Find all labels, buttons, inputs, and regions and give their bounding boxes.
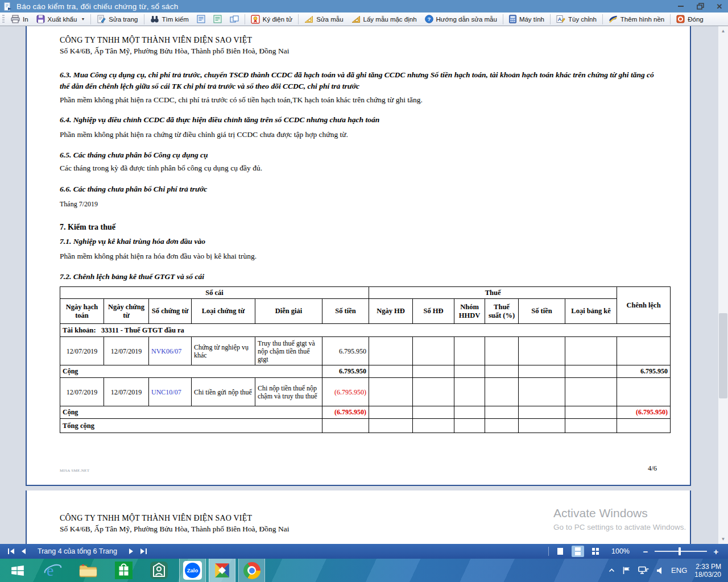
volume-icon[interactable] (656, 567, 664, 575)
language-indicator[interactable]: ENG (671, 566, 687, 575)
view-continuous-button[interactable] (209, 14, 226, 24)
scroll-up-icon[interactable]: ▲ (718, 26, 728, 36)
section-6-3-heading: 6.3. Mua Công cụ dụng cụ, chi phí trả tr… (60, 69, 657, 92)
misa-pinwheel-icon (213, 561, 231, 580)
subtotal-label: Cộng (60, 406, 322, 419)
close-report-label: Đóng (688, 16, 704, 23)
search-button[interactable]: Tìm kiếm (146, 14, 193, 24)
tax-difference-table: Sổ cái Thuế Chênh lệch Ngày hạch toán Ng… (60, 286, 671, 433)
export-button[interactable]: Xuất khẩu ▼ (32, 14, 89, 24)
network-icon[interactable] (638, 566, 649, 575)
svg-text:A: A (558, 16, 562, 22)
posted-date-cell: 12/07/2019 (60, 378, 104, 406)
column-header: Loại bảng kê (565, 299, 617, 324)
first-page-button[interactable] (5, 546, 17, 557)
column-header: Ngày HĐ (369, 299, 413, 324)
zoom-slider[interactable] (655, 551, 707, 552)
edit-template-button[interactable]: Sửa mẫu (300, 14, 347, 24)
show-hidden-icons-chevron[interactable] (609, 568, 615, 573)
doc-no-link[interactable]: NVK06/07 (149, 337, 192, 365)
calculator-button[interactable]: Máy tính (505, 14, 548, 24)
print-label: In (23, 16, 28, 23)
zoom-out-button[interactable]: − (642, 547, 650, 556)
app-icon (3, 2, 12, 11)
taskbar-clock[interactable]: 2:33 PM 18/03/20 (694, 563, 721, 579)
doc-no-link[interactable]: UNC10/07 (149, 378, 192, 406)
restore-button[interactable] (695, 1, 705, 11)
default-template-label: Lấy mẫu mặc định (363, 16, 417, 23)
subtotal-amount: 6.795.950 (322, 365, 369, 378)
multi-page-view-button[interactable] (589, 546, 602, 557)
taskbar-misa-active[interactable] (209, 559, 235, 582)
start-button[interactable] (0, 559, 35, 582)
default-template-button[interactable]: Lấy mẫu mặc định (348, 14, 421, 24)
taskbar-chrome[interactable] (238, 559, 265, 582)
export-dropdown-icon[interactable]: ▼ (81, 17, 85, 21)
taskbar-file-explorer[interactable] (71, 559, 106, 582)
export-label: Xuất khẩu (48, 16, 77, 23)
column-header: Số chứng từ (149, 299, 192, 324)
grand-total-row: Tổng cộng (60, 419, 671, 433)
windows-logo-icon (10, 563, 25, 578)
help-icon: ? (425, 15, 433, 23)
customize-label: Tùy chỉnh (568, 16, 597, 23)
column-header: Thuế suất (%) (485, 299, 519, 324)
grand-total-label: Tổng cộng (60, 419, 322, 433)
vertical-scrollbar[interactable]: ▲ ▼ (718, 26, 728, 544)
close-report-button[interactable]: Đóng (672, 14, 708, 24)
system-tray: ENG 2:33 PM 18/03/20 (609, 559, 728, 582)
page-number: 4/6 (648, 464, 657, 473)
view-facing-button[interactable] (226, 14, 243, 24)
section-7-heading: 7. Kiểm tra thuế (60, 222, 657, 233)
zoom-in-button[interactable]: + (712, 547, 720, 556)
toolbar-separator (245, 14, 245, 24)
company-address: Số K4/6B, Ấp Tân Mỹ, Phường Bửu Hòa, Thà… (60, 525, 657, 534)
description-cell: Chi nộp tiền thuế nộp chậm và truy thu t… (255, 378, 322, 406)
taskbar-support-app[interactable] (141, 559, 176, 582)
taskbar-zalo[interactable]: Zalo (179, 559, 206, 582)
taskbar: e Zalo ENG 2:33 PM 18/0 (0, 559, 728, 582)
printer-icon (11, 15, 20, 23)
close-button[interactable]: ✕ (714, 1, 725, 11)
print-button[interactable]: In (7, 14, 32, 24)
minimize-button[interactable] (676, 1, 686, 11)
doc-type-cell: Chi tiền gửi nộp thuế (192, 378, 255, 406)
next-page-button[interactable] (125, 546, 138, 557)
single-page-view-button[interactable] (554, 546, 566, 557)
taskbar-windows-store[interactable] (106, 559, 141, 582)
single-page-view-icon (556, 547, 565, 556)
export-icon (36, 15, 45, 23)
account-value: 33311 - Thuế GTGT đầu ra (101, 326, 184, 334)
multi-page-view-icon (591, 547, 600, 556)
zalo-bubble: Zalo (185, 563, 200, 578)
continuous-view-button[interactable] (572, 546, 584, 557)
calculator-icon (509, 15, 516, 23)
add-background-button[interactable]: Thêm hình nền (605, 14, 668, 24)
edit-page-button[interactable]: Sửa trang (93, 14, 142, 24)
scroll-down-icon[interactable]: ▼ (718, 534, 728, 544)
zoom-slider-thumb[interactable] (679, 547, 681, 555)
zoom-level: 100% (611, 547, 630, 555)
description-cell: Truy thu thuế gtgt và nộp chậm tiền thuế… (255, 337, 322, 365)
software-brand: MISA SME.NET (60, 468, 89, 473)
action-center-flag-icon[interactable] (622, 566, 631, 575)
view-layout-button[interactable] (193, 14, 209, 24)
table-group-header-row: Sổ cái Thuế Chênh lệch (60, 287, 671, 299)
digital-sign-icon (251, 15, 260, 24)
calculator-label: Máy tính (519, 16, 544, 23)
last-page-button[interactable] (138, 546, 150, 557)
column-diff: Chênh lệch (617, 287, 671, 324)
column-header: Số HĐ (413, 299, 454, 324)
digital-sign-button[interactable]: Ký điện tử (247, 14, 296, 25)
taskbar-internet-explorer[interactable]: e (35, 559, 71, 582)
template-help-button[interactable]: ? Hướng dẫn sửa mẫu (421, 14, 501, 24)
last-page-icon (140, 548, 147, 555)
report-page-5: CÔNG TY TNHH MỘT THÀNH VIÊN ĐIỆN SAO VIỆ… (26, 490, 691, 544)
section-6-3-body: Phần mềm không phát hiện ra CCDC, chi ph… (60, 94, 657, 105)
scrollbar-thumb[interactable] (719, 313, 727, 398)
previous-page-button[interactable] (17, 546, 30, 557)
section-6-6-body: Tháng 7/2019 (60, 199, 657, 210)
subtotal-amount: (6.795.950) (322, 406, 369, 419)
customize-button[interactable]: A Tùy chỉnh (552, 14, 601, 24)
column-header: Ngày chứng từ (104, 299, 149, 324)
